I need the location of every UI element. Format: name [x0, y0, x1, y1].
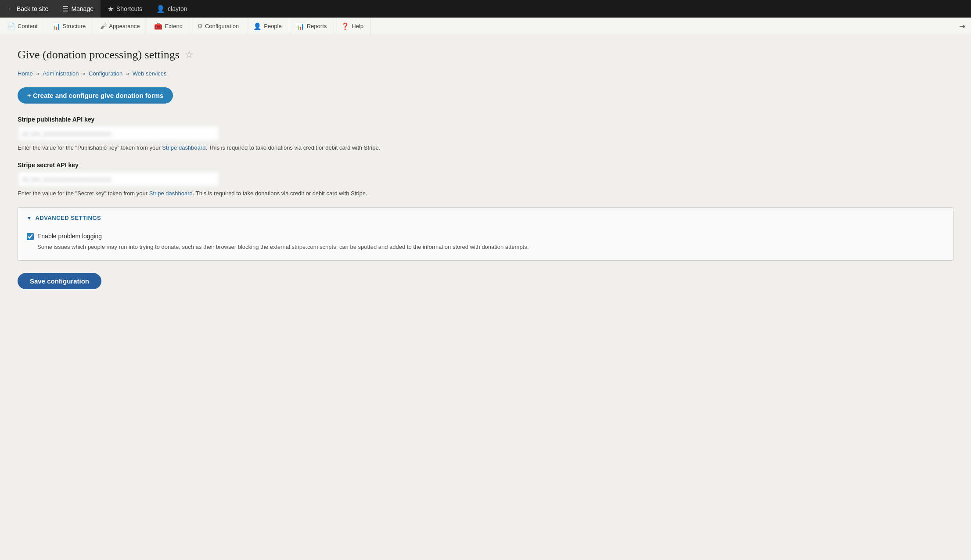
breadcrumb-web-services[interactable]: Web services — [133, 70, 167, 77]
shortcuts-link[interactable]: ★ Shortcuts — [101, 0, 149, 18]
breadcrumb: Home » Administration » Configuration » … — [18, 70, 953, 77]
nav-appearance-label: Appearance — [109, 23, 140, 29]
advanced-settings-panel: ▼ Advanced Settings Enable problem loggi… — [18, 207, 953, 261]
content-icon: 📄 — [7, 22, 15, 30]
breadcrumb-home[interactable]: Home — [18, 70, 33, 77]
nav-reports-label: Reports — [307, 23, 327, 29]
create-donation-forms-button[interactable]: + Create and configure give donation for… — [18, 87, 173, 104]
nav-structure[interactable]: 📊 Structure — [45, 18, 94, 35]
advanced-settings-title: Advanced Settings — [35, 215, 101, 221]
manage-icon: ☰ — [62, 5, 68, 13]
user-label: clayton — [168, 5, 187, 12]
enable-logging-row: Enable problem logging — [27, 233, 944, 240]
breadcrumb-sep-3: » — [126, 70, 131, 77]
back-to-site-label: Back to site — [17, 5, 48, 12]
user-icon: 👤 — [156, 5, 165, 13]
nav-help[interactable]: ❓ Help — [334, 18, 371, 35]
nav-content[interactable]: 📄 Content — [0, 18, 45, 35]
breadcrumb-sep-1: » — [36, 70, 41, 77]
publishable-key-input[interactable] — [18, 126, 219, 141]
help-icon: ❓ — [341, 22, 349, 30]
manage-link[interactable]: ☰ Manage — [55, 0, 101, 18]
advanced-settings-header[interactable]: ▼ Advanced Settings — [18, 208, 953, 228]
arrow-left-icon: ← — [7, 5, 14, 13]
nav-extend[interactable]: 🧰 Extend — [147, 18, 190, 35]
nav-people-label: People — [264, 23, 281, 29]
appearance-icon: 🖌 — [100, 22, 107, 30]
advanced-settings-body: Enable problem logging Some issues which… — [18, 228, 953, 260]
structure-icon: 📊 — [52, 22, 61, 30]
secret-stripe-dashboard-link[interactable]: Stripe dashboard — [149, 190, 193, 197]
nav-appearance[interactable]: 🖌 Appearance — [93, 18, 147, 35]
secret-key-input[interactable] — [18, 171, 219, 187]
extend-icon: 🧰 — [154, 22, 162, 30]
enable-logging-label[interactable]: Enable problem logging — [37, 233, 102, 240]
secondary-nav: 📄 Content 📊 Structure 🖌 Appearance 🧰 Ext… — [0, 18, 971, 35]
breadcrumb-sep-2: » — [82, 70, 87, 77]
page-title-row: Give (donation processing) settings ☆ — [18, 48, 953, 61]
secret-key-desc: Enter the value for the "Secret key" tok… — [18, 190, 953, 197]
publishable-key-label: Stripe publishable API key — [18, 116, 953, 123]
enable-logging-desc: Some issues which people may run into tr… — [37, 243, 944, 251]
nav-help-label: Help — [352, 23, 363, 29]
nav-configuration[interactable]: ⚙ Configuration — [190, 18, 246, 35]
configuration-icon: ⚙ — [197, 22, 203, 30]
publishable-key-desc: Enter the value for the "Publishable key… — [18, 144, 953, 152]
publishable-stripe-dashboard-link[interactable]: Stripe dashboard — [162, 144, 205, 151]
nav-reports[interactable]: 📊 Reports — [289, 18, 334, 35]
nav-collapse-button[interactable]: ⇥ — [954, 18, 971, 35]
nav-people[interactable]: 👤 People — [246, 18, 289, 35]
people-icon: 👤 — [253, 22, 262, 30]
favorite-star-icon[interactable]: ☆ — [185, 49, 194, 61]
user-link[interactable]: 👤 clayton — [149, 0, 194, 18]
secret-key-label: Stripe secret API key — [18, 162, 953, 169]
admin-bar: ← Back to site ☰ Manage ★ Shortcuts 👤 cl… — [0, 0, 971, 18]
page-title: Give (donation processing) settings — [18, 48, 180, 61]
nav-configuration-label: Configuration — [205, 23, 239, 29]
nav-content-label: Content — [18, 23, 38, 29]
collapse-triangle-icon: ▼ — [27, 215, 32, 221]
reports-icon: 📊 — [296, 22, 305, 30]
back-to-site-link[interactable]: ← Back to site — [0, 0, 55, 18]
shortcuts-label: Shortcuts — [116, 5, 142, 12]
publishable-key-group: Stripe publishable API key Enter the val… — [18, 116, 953, 152]
star-icon: ★ — [108, 5, 114, 13]
save-configuration-button[interactable]: Save configuration — [18, 273, 101, 289]
breadcrumb-configuration[interactable]: Configuration — [89, 70, 122, 77]
nav-structure-label: Structure — [63, 23, 86, 29]
enable-logging-checkbox[interactable] — [27, 233, 34, 240]
nav-extend-label: Extend — [165, 23, 182, 29]
main-content: Give (donation processing) settings ☆ Ho… — [0, 35, 971, 560]
manage-label: Manage — [71, 5, 94, 12]
secret-key-group: Stripe secret API key Enter the value fo… — [18, 162, 953, 197]
breadcrumb-administration[interactable]: Administration — [43, 70, 79, 77]
